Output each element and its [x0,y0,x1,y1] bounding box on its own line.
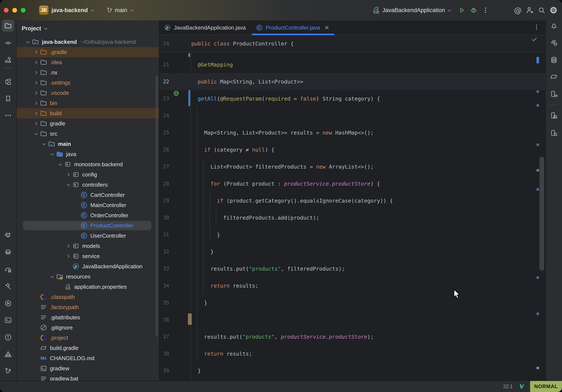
close-tab-icon[interactable]: ✕ [324,24,329,31]
services-icon[interactable] [2,297,14,309]
code-line-33[interactable]: 33results.put("products", filteredProduc… [159,260,545,277]
chevron-right-icon[interactable] [34,112,37,115]
tree-item-cartcontroller[interactable]: CCartController [17,190,159,200]
tree-item-gradle[interactable]: gradle [17,119,159,129]
running-devices-icon[interactable] [548,109,560,121]
structure-icon[interactable] [2,54,14,66]
tree-item-models[interactable]: models [17,241,159,251]
run-button[interactable] [456,4,468,16]
tree-item-src[interactable]: src [17,129,159,139]
tree-item--gitattributes[interactable]: .gitattributes [17,312,159,322]
warnings-icon[interactable] [2,348,14,360]
tree-item-changelog-md[interactable]: MCHANGELOG.md [17,353,159,363]
tree-item--gitignore[interactable]: .gitignore [17,322,159,333]
tree-item-monostore-backend[interactable]: monostore.backend [17,159,159,169]
vim-mode-badge[interactable]: NORMAL [530,381,562,392]
code-line-25[interactable]: 25Map<String, List<Product>> results = n… [159,124,545,141]
chevron-right-icon[interactable] [66,254,70,258]
problems-icon[interactable] [2,332,14,343]
stripe-mark[interactable] [537,104,539,107]
tree-item-build-gradle[interactable]: build.gradle [17,343,159,353]
search-everywhere-button[interactable] [536,4,548,16]
project-tree-scrollbar[interactable] [156,75,158,337]
stripe-mark[interactable] [537,90,539,93]
code-line-39[interactable]: 39} [159,362,545,379]
code-rows[interactable]: 21@GetMapping22public Map<String, List<P… [159,52,545,380]
tree-item-gradlew-bat[interactable]: gradlew.bat [17,373,159,380]
editor-options-kebab-icon[interactable] [533,24,540,31]
code-line-38[interactable]: 38return results; [159,345,545,362]
more-run-options-button[interactable] [480,4,492,16]
tab-productcontroller-java[interactable]: CProductController.java✕ [251,20,335,35]
close-window-button[interactable] [4,8,9,12]
code-line-28[interactable]: 28for (Product product : productService.… [159,175,545,192]
tree-item-java-backend[interactable]: java-backend~/Github/java-backend [17,37,159,47]
stripe-mark[interactable] [537,276,539,279]
terminal-icon[interactable] [2,314,14,326]
tree-item--settings[interactable]: .settings [17,78,159,88]
tree-item--project[interactable]: .project [17,333,159,343]
chevron-right-icon[interactable] [66,244,70,248]
code-line-37[interactable]: 37results.put("products", productService… [159,328,545,345]
commit-icon[interactable] [2,37,14,49]
caret-position[interactable]: 22:1 [503,384,513,390]
chevron-right-icon[interactable] [34,71,37,74]
chevron-right-icon[interactable] [34,81,37,84]
code-line-31[interactable]: 31} [159,226,545,243]
incognito-icon[interactable] [2,246,14,258]
stripe-mark[interactable] [537,367,539,369]
chevron-down-icon[interactable] [44,27,47,30]
chevron-down-icon[interactable] [50,274,54,278]
project-folder-icon[interactable] [2,20,14,32]
debug-button[interactable] [468,4,480,16]
tree-item-javabackendapplication[interactable]: JavaBackendApplication [17,261,159,272]
chevron-down-icon[interactable] [26,40,30,43]
tree-item-controllers[interactable]: controllers [17,180,159,190]
rest-endpoint-icon[interactable] [173,90,179,96]
project-widget[interactable]: JB java-backend [25,6,93,15]
code-line-35[interactable]: 35} [159,294,545,311]
code-line-24[interactable]: 24 [159,107,545,124]
tree-item--idea[interactable]: .idea [17,57,159,67]
chevron-right-icon[interactable] [66,173,70,176]
version-control-icon[interactable] [2,365,14,377]
chevron-right-icon[interactable] [34,122,37,125]
code-line-34[interactable]: 34return results; [159,277,545,294]
tab-javabackendapplication-java[interactable]: JavaBackendApplication.java [159,20,251,35]
code-line-36[interactable]: 36 [159,311,545,328]
editor-scrollbar[interactable] [539,157,544,271]
gradle-icon[interactable] [548,71,560,83]
tree-item--vscode[interactable]: .vscode [17,88,159,98]
tree-item-resources[interactable]: resources [17,272,159,282]
stripe-mark[interactable] [537,57,539,63]
tree-item-build[interactable]: build [17,108,159,119]
tree-item-usercontroller[interactable]: CUserController [17,231,159,241]
device-manager-icon[interactable] [548,88,560,100]
code-line-22[interactable]: 22public Map<String, List<Product>> [159,73,545,90]
tree-item-main[interactable]: main [17,139,159,149]
chevron-right-icon[interactable] [34,50,37,54]
chevron-right-icon[interactable] [34,91,37,95]
stripe-mark[interactable] [537,143,539,146]
ideavim-icon[interactable] [519,383,525,390]
build-icon[interactable] [2,280,14,292]
code-line-30[interactable]: 30filteredProducts.add(product); [159,209,545,226]
more-tool-windows-icon[interactable] [2,109,14,121]
hierarchy-icon[interactable] [2,76,14,88]
chevron-right-icon[interactable] [34,101,37,105]
chevron-down-icon[interactable] [59,162,62,166]
chevron-down-icon[interactable] [42,142,46,145]
chevron-down-icon[interactable] [50,152,54,155]
code-line-27[interactable]: 27List<Product> filteredProducts = new A… [159,158,545,175]
tree-item--factorypath[interactable]: .factorypath [17,302,159,312]
notifications-icon[interactable] [548,20,560,32]
database-icon[interactable] [548,54,560,66]
ai-cat-icon[interactable] [2,230,14,241]
tree-item-bin[interactable]: bin [17,98,159,108]
settings-button[interactable] [548,4,560,16]
inspections-ok-icon[interactable] [531,36,538,43]
tree-item-productcontroller[interactable]: CProductController [17,220,159,231]
tree-item-gradlew[interactable]: gradlew [17,363,159,373]
chevron-right-icon[interactable] [34,60,37,64]
profiler-icon[interactable] [2,264,14,275]
